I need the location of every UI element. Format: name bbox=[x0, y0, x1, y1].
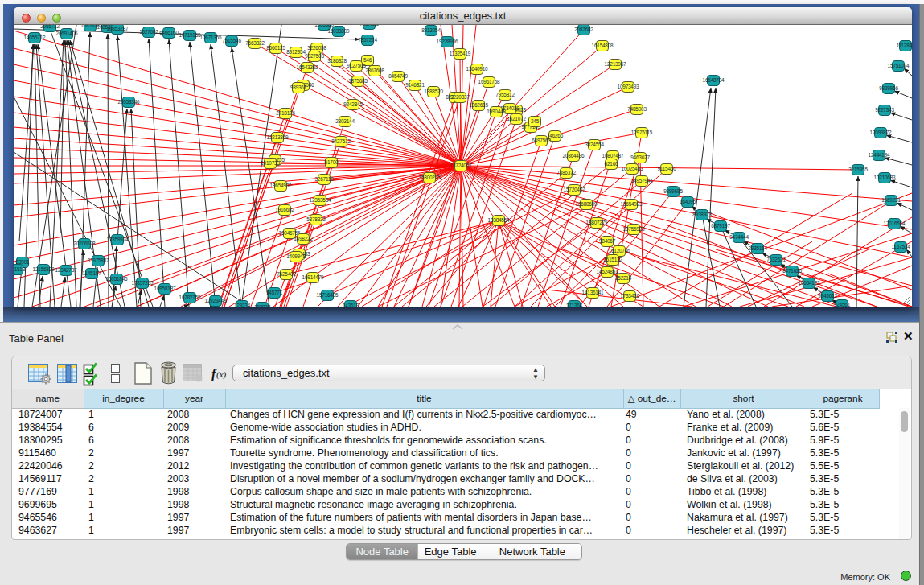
svg-text:7663822: 7663822 bbox=[245, 40, 265, 46]
svg-text:7857221: 7857221 bbox=[359, 25, 379, 27]
svg-text:10671355: 10671355 bbox=[200, 35, 222, 40]
svg-text:9327503: 9327503 bbox=[305, 53, 324, 59]
svg-text:8454749: 8454749 bbox=[388, 73, 408, 79]
svg-text:33975887: 33975887 bbox=[88, 257, 109, 263]
svg-text:8471626: 8471626 bbox=[782, 268, 802, 274]
svg-text:18724007: 18724007 bbox=[450, 163, 472, 168]
svg-text:12213369: 12213369 bbox=[267, 134, 289, 140]
svg-text:(x): (x) bbox=[216, 369, 227, 380]
svg-text:19228906: 19228906 bbox=[437, 39, 458, 44]
svg-text:9245612: 9245612 bbox=[818, 293, 837, 299]
svg-text:245: 245 bbox=[531, 118, 540, 124]
svg-text:9227343: 9227343 bbox=[875, 107, 894, 113]
svg-text:19756928: 19756928 bbox=[623, 226, 645, 232]
svg-text:3226058: 3226058 bbox=[307, 45, 326, 51]
svg-text:1388520: 1388520 bbox=[424, 89, 443, 94]
svg-text:20691406: 20691406 bbox=[56, 31, 78, 36]
svg-text:16914479: 16914479 bbox=[302, 274, 324, 280]
svg-text:12444194: 12444194 bbox=[869, 152, 890, 158]
svg-text:2803144: 2803144 bbox=[335, 118, 355, 124]
svg-text:9146821: 9146821 bbox=[405, 82, 425, 88]
svg-text:1916682: 1916682 bbox=[275, 207, 294, 212]
svg-text:17857255: 17857255 bbox=[132, 280, 154, 286]
svg-text:1875685: 1875685 bbox=[348, 78, 368, 84]
svg-text:7625402: 7625402 bbox=[277, 271, 296, 277]
svg-text:17016504: 17016504 bbox=[884, 220, 906, 226]
svg-text:9127505: 9127505 bbox=[347, 63, 366, 68]
svg-text:3186328: 3186328 bbox=[327, 58, 347, 64]
svg-text:20364436: 20364436 bbox=[563, 153, 585, 159]
svg-text:8912954: 8912954 bbox=[286, 49, 306, 55]
svg-text:1010733: 1010733 bbox=[261, 160, 280, 166]
svg-text:16782759: 16782759 bbox=[179, 295, 201, 300]
svg-text:19654932: 19654932 bbox=[270, 183, 292, 188]
svg-text:945771: 945771 bbox=[266, 290, 283, 295]
svg-text:15720407: 15720407 bbox=[564, 187, 585, 192]
svg-text:14957944: 14957944 bbox=[631, 178, 653, 183]
svg-text:2718176: 2718176 bbox=[276, 110, 295, 116]
svg-text:143613: 143613 bbox=[343, 303, 359, 307]
svg-text:7515546: 7515546 bbox=[222, 38, 241, 43]
svg-text:939361: 939361 bbox=[290, 84, 307, 90]
svg-text:16543362: 16543362 bbox=[297, 64, 318, 70]
svg-text:14524851: 14524851 bbox=[597, 269, 618, 274]
svg-text:15051845: 15051845 bbox=[106, 276, 128, 282]
svg-text:9463627: 9463627 bbox=[630, 154, 650, 160]
svg-text:15751074: 15751074 bbox=[888, 63, 910, 68]
svg-text:5878332: 5878332 bbox=[306, 216, 326, 222]
svg-text:16033809: 16033809 bbox=[328, 28, 350, 34]
svg-text:16120746: 16120746 bbox=[609, 248, 630, 253]
svg-text:10025433: 10025433 bbox=[622, 166, 643, 171]
svg-text:391513: 391513 bbox=[14, 266, 26, 272]
svg-text:12213967: 12213967 bbox=[605, 61, 626, 67]
svg-text:12353584: 12353584 bbox=[310, 197, 331, 203]
svg-text:8938923: 8938923 bbox=[692, 212, 712, 217]
svg-text:7955812: 7955812 bbox=[495, 92, 515, 97]
svg-text:1990443: 1990443 bbox=[487, 109, 506, 114]
svg-text:2087682: 2087682 bbox=[574, 27, 593, 32]
svg-text:1498222: 1498222 bbox=[294, 236, 313, 241]
svg-text:19384554: 19384554 bbox=[488, 217, 510, 223]
svg-text:62160: 62160 bbox=[605, 161, 618, 167]
svg-text:7386372: 7386372 bbox=[556, 170, 576, 175]
svg-text:1621072: 1621072 bbox=[507, 116, 526, 122]
svg-text:10807487: 10807487 bbox=[602, 153, 624, 159]
svg-text:12923448: 12923448 bbox=[205, 298, 227, 303]
svg-text:20053346: 20053346 bbox=[118, 99, 140, 105]
svg-text:3220337: 3220337 bbox=[450, 94, 470, 100]
svg-text:10210683: 10210683 bbox=[874, 175, 896, 180]
svg-text:1569231: 1569231 bbox=[881, 197, 901, 203]
svg-text:2867608: 2867608 bbox=[365, 68, 384, 73]
svg-text:12975115: 12975115 bbox=[631, 130, 653, 135]
svg-text:16154808: 16154808 bbox=[592, 43, 614, 48]
svg-text:10958187: 10958187 bbox=[154, 286, 176, 291]
svg-text:8427512: 8427512 bbox=[331, 138, 351, 144]
svg-text:6466160: 6466160 bbox=[159, 30, 179, 35]
svg-text:15300275: 15300275 bbox=[419, 175, 441, 180]
svg-text:10688609: 10688609 bbox=[576, 201, 598, 207]
svg-text:7632621: 7632621 bbox=[766, 257, 786, 262]
svg-text:10719155: 10719155 bbox=[179, 32, 201, 38]
svg-text:17359924: 17359924 bbox=[107, 237, 129, 242]
svg-text:10853287: 10853287 bbox=[107, 26, 129, 31]
svg-text:19654923: 19654923 bbox=[621, 201, 643, 207]
svg-text:13807279: 13807279 bbox=[586, 220, 608, 225]
svg-text:3215955: 3215955 bbox=[848, 167, 868, 172]
svg-text:2055712: 2055712 bbox=[40, 25, 60, 29]
svg-text:1409948: 1409948 bbox=[286, 253, 306, 259]
svg-text:1167534: 1167534 bbox=[891, 244, 910, 249]
svg-text:14136141: 14136141 bbox=[582, 290, 604, 295]
svg-text:1362615: 1362615 bbox=[469, 102, 488, 108]
svg-text:16648784: 16648784 bbox=[703, 77, 725, 83]
svg-text:252214: 252214 bbox=[615, 275, 632, 281]
svg-text:9329966: 9329966 bbox=[879, 85, 898, 91]
svg-text:9115460: 9115460 bbox=[657, 166, 676, 171]
svg-text:61700: 61700 bbox=[325, 159, 339, 165]
svg-text:10973493: 10973493 bbox=[618, 84, 639, 89]
svg-text:10654122: 10654122 bbox=[799, 280, 820, 286]
svg-text:3824554: 3824554 bbox=[585, 142, 604, 147]
svg-text:3267110: 3267110 bbox=[314, 176, 334, 182]
svg-text:984067: 984067 bbox=[599, 238, 616, 244]
svg-text:13640910: 13640910 bbox=[466, 66, 488, 72]
svg-text:171364: 171364 bbox=[566, 303, 583, 307]
